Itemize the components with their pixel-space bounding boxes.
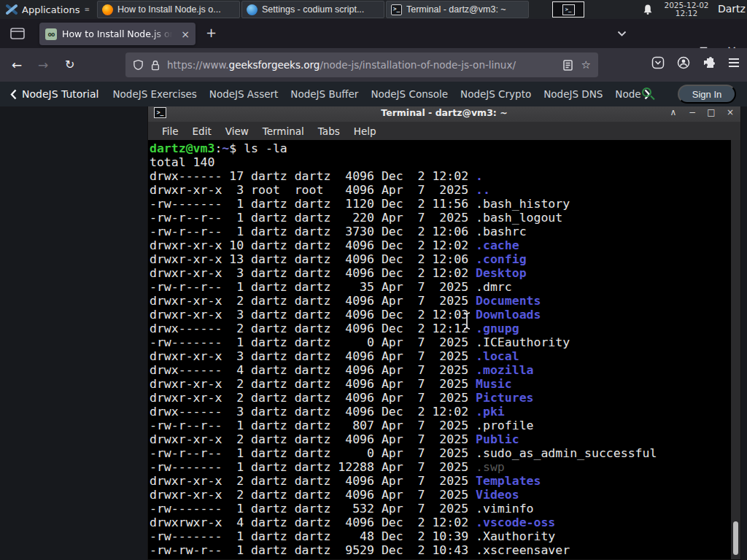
subnav-link[interactable]: NodeJS Buffer (290, 88, 358, 100)
subnav-link[interactable]: NodeJS Crypto (460, 88, 531, 100)
terminal-minimize-button[interactable]: − (688, 107, 697, 117)
file-name: Music (476, 377, 512, 391)
terminal-output-line: drwxr-xr-x 3 root root 4096 Apr 7 2025 .… (150, 183, 731, 197)
url-scheme: https://www. (167, 59, 229, 71)
terminal-output-line: drwxr-xr-x 3 dartz dartz 4096 Dec 2 12:0… (150, 266, 731, 280)
account-icon[interactable] (677, 56, 690, 69)
workspace-switcher[interactable]: >_ (552, 1, 584, 18)
pocket-save-icon[interactable] (651, 56, 665, 69)
file-name: .pki (476, 405, 505, 419)
terminal-output-line: drwxr-xr-x 3 dartz dartz 4096 Dec 2 12:0… (150, 308, 731, 322)
geeksforgeeks-favicon: oo (45, 28, 57, 40)
lock-icon[interactable] (150, 60, 160, 71)
menu-terminal[interactable]: Terminal (260, 125, 306, 137)
applications-menu-button[interactable]: Applications ≡ (0, 0, 94, 19)
terminal-menubar: File Edit View Terminal Tabs Help (148, 122, 740, 140)
taskbar-button-codium[interactable]: Settings - codium script... (241, 1, 384, 18)
site-subnav: NodeJS Tutorial NodeJS Exercises NodeJS … (0, 82, 747, 106)
menu-view[interactable]: View (223, 125, 251, 137)
terminal-output-line: drwx------ 4 dartz dartz 4096 Apr 7 2025… (150, 363, 731, 377)
file-name: .mozilla (476, 363, 533, 377)
tab-close-icon[interactable]: × (181, 29, 190, 39)
terminal-output-line: drwx------ 2 dartz dartz 4096 Dec 2 12:1… (150, 322, 731, 335)
terminal-output-line: drwxr-xr-x 3 dartz dartz 4096 Apr 7 2025… (150, 349, 731, 363)
new-tab-button[interactable]: + (206, 25, 217, 40)
terminal-rollup-button[interactable]: ∧ (669, 107, 678, 117)
terminal-close-button[interactable]: × (726, 107, 735, 117)
url-bar[interactable]: https://www.geeksforgeeks.org/node-js/in… (125, 52, 598, 77)
terminal-output-line: drwxr-xr-x 2 dartz dartz 4096 Apr 7 2025… (150, 474, 731, 488)
terminal-output-line: drwxrwxr-x 4 dartz dartz 4096 Dec 2 12:0… (150, 516, 731, 529)
shield-icon[interactable] (133, 59, 144, 71)
menu-help[interactable]: Help (352, 125, 379, 137)
terminal-maximize-button[interactable]: □ (707, 107, 716, 117)
terminal-output-line: drwxr-xr-x 2 dartz dartz 4096 Apr 7 2025… (150, 377, 731, 391)
codium-icon (247, 4, 258, 15)
file-name: Desktop (476, 266, 527, 280)
subnav-link-truncated[interactable]: Node (615, 88, 640, 100)
reload-button[interactable]: ↻ (65, 57, 74, 73)
terminal-scrollbar[interactable] (731, 140, 740, 559)
terminal-output-line: -rw------- 1 dartz dartz 48 Dec 2 10:39 … (150, 529, 731, 543)
reader-mode-icon[interactable] (563, 60, 573, 71)
firefox-icon (102, 4, 113, 15)
chevron-left-icon (10, 89, 17, 100)
menu-tabs[interactable]: Tabs (316, 125, 342, 137)
terminal-output-line: drwx------ 17 dartz dartz 4096 Dec 2 12:… (150, 169, 731, 183)
file-name: .profile (476, 419, 533, 432)
back-button[interactable]: ← (12, 57, 22, 73)
terminal-output-line: drwxr-xr-x 10 dartz dartz 4096 Dec 2 12:… (150, 238, 731, 252)
bookmark-star-icon[interactable]: ☆ (581, 60, 591, 71)
file-name: .bashrc (476, 225, 527, 238)
terminal-output-line: -rw------- 1 dartz dartz 532 Apr 7 2025 … (150, 502, 731, 516)
panel-clock[interactable]: 2025-12-02 12:12 (662, 1, 711, 18)
file-name: .Xauthority (476, 529, 555, 543)
browser-tab-bar: oo How to Install Node.js on × + × (0, 19, 747, 48)
file-name: .bash_history (476, 197, 570, 211)
file-name: .ICEauthority (476, 335, 570, 349)
terminal-output-line: -rw-rw-r-- 1 dartz dartz 9529 Dec 2 10:4… (150, 543, 731, 557)
file-name: .bash_logout (476, 211, 562, 225)
terminal-scrollbar-thumb[interactable] (733, 521, 738, 555)
taskbar: How to Install Node.js o... Settings - c… (97, 0, 529, 19)
subnav-links: NodeJS Exercises NodeJS Assert NodeJS Bu… (112, 88, 650, 100)
menu-edit[interactable]: Edit (190, 125, 214, 137)
url-domain: geeksforgeeks.org (229, 59, 320, 71)
browser-toolbar: ← → ↻ https://www.geeksforgeeks.org/node… (0, 48, 747, 82)
notification-bell-icon[interactable] (642, 4, 654, 15)
extensions-puzzle-icon[interactable] (703, 56, 716, 69)
tutorial-back-link[interactable]: NodeJS Tutorial (10, 88, 98, 100)
prompt-user-host: dartz@vm3 (150, 141, 214, 155)
list-all-tabs-icon[interactable] (617, 31, 627, 36)
terminal-output-line: -rw-r--r-- 1 dartz dartz 807 Apr 7 2025 … (150, 419, 731, 432)
taskbar-button-label: Settings - codium script... (262, 4, 364, 15)
browser-tab-active[interactable]: oo How to Install Node.js on × (39, 23, 196, 45)
firefox-view-icon[interactable] (10, 28, 25, 39)
terminal-total-line: total 140 (150, 155, 731, 169)
sign-in-button[interactable]: Sign In (678, 85, 736, 104)
forward-button[interactable]: → (38, 57, 48, 73)
panel-username: Dartz (718, 3, 746, 15)
subnav-link[interactable]: NodeJS DNS (543, 88, 603, 100)
taskbar-button-label: Terminal - dartz@vm3: ~ (406, 4, 506, 15)
taskbar-button-firefox[interactable]: How to Install Node.js o... (97, 1, 240, 18)
subnav-link[interactable]: NodeJS Console (371, 88, 448, 100)
terminal-output-line: drwx------ 3 dartz dartz 4096 Dec 2 12:0… (150, 405, 731, 419)
taskbar-button-terminal[interactable]: >_ Terminal - dartz@vm3: ~ (386, 1, 529, 18)
file-name: Public (476, 432, 519, 446)
file-name: .local (476, 349, 519, 363)
terminal-output-line: -rw-r--r-- 1 dartz dartz 3730 Dec 2 12:0… (150, 225, 731, 238)
subnav-link[interactable]: NodeJS Assert (209, 88, 279, 100)
menu-file[interactable]: File (160, 125, 181, 137)
terminal-output-line: drwxr-xr-x 2 dartz dartz 4096 Apr 7 2025… (150, 432, 731, 446)
subnav-link[interactable]: NodeJS Exercises (112, 88, 196, 100)
search-icon[interactable] (642, 88, 651, 97)
tutorial-back-label: NodeJS Tutorial (22, 88, 98, 100)
terminal-prompt-line: dartz@vm3:~$ ls -la (150, 141, 731, 155)
terminal-output-line: drwxr-xr-x 2 dartz dartz 4096 Apr 7 2025… (150, 294, 731, 308)
menu-hamburger-icon[interactable] (728, 58, 740, 68)
file-name: Videos (476, 488, 519, 502)
applications-label: Applications (22, 4, 80, 15)
prompt-command: $ ls -la (229, 141, 287, 155)
terminal-title: Terminal - dartz@vm3: ~ (148, 107, 740, 118)
